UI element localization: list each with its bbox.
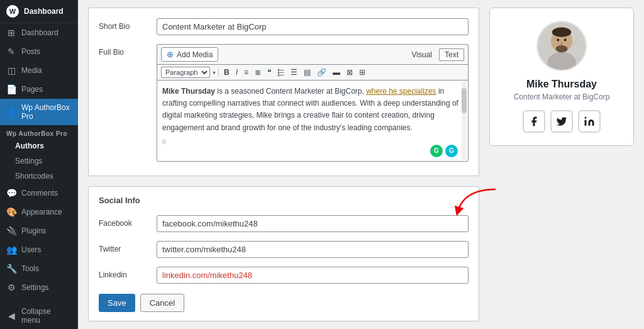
- linkedin-label: Linkedin: [99, 267, 149, 279]
- visual-tab[interactable]: Visual: [406, 48, 438, 61]
- sidebar-item-wpauthorbox[interactable]: 👤 Wp AuthorBox Pro: [0, 99, 78, 125]
- sidebar-sub-authors[interactable]: Authors: [0, 138, 78, 153]
- sidebar-item-tools[interactable]: 🔧 Tools: [0, 259, 78, 278]
- more-button[interactable]: ▬: [330, 67, 343, 78]
- media-icon: ◫: [6, 65, 16, 75]
- full-bio-label: Full Bio: [99, 44, 149, 57]
- collapse-icon: ◀: [6, 311, 16, 321]
- short-bio-input[interactable]: [157, 18, 469, 35]
- facebook-input[interactable]: [157, 215, 469, 232]
- sidebar-item-plugins[interactable]: 🔌 Plugins: [0, 221, 78, 240]
- paragraph-select[interactable]: Paragraph: [161, 67, 210, 78]
- bio-scrollbar[interactable]: [462, 82, 467, 160]
- settings-icon: ⚙: [6, 282, 16, 293]
- plugins-icon: 🔌: [6, 226, 16, 236]
- align-right-button[interactable]: ▤: [301, 67, 313, 78]
- format-toolbar: Paragraph ▾ B I ≡ ≣ ❝ ⬱ ☰ ▤ 🔗: [157, 64, 469, 80]
- svg-point-4: [556, 45, 568, 52]
- sidebar-item-posts[interactable]: ✎ Posts: [0, 42, 78, 61]
- sidebar: W Dashboard ⊞ Dashboard ✎ Posts ◫ Media …: [0, 0, 78, 329]
- linkedin-input[interactable]: [157, 267, 469, 284]
- sidebar-item-settings-main[interactable]: ⚙ Settings: [0, 278, 78, 297]
- sidebar-logo[interactable]: W Dashboard: [0, 0, 78, 23]
- sidebar-item-appearance[interactable]: 🎨 Appearance: [0, 203, 78, 221]
- authors-label: Authors: [15, 142, 44, 150]
- settings-label: Settings: [15, 157, 42, 165]
- preview-column: Mike Thursday Content Marketer at BigCor…: [489, 8, 634, 321]
- sidebar-section-title: Wp AuthorBox Pro: [0, 125, 78, 138]
- pages-icon: 📄: [6, 84, 16, 94]
- fmt-separator: [218, 67, 219, 77]
- bold-button[interactable]: B: [221, 67, 232, 78]
- facebook-input-wrap: [157, 215, 469, 232]
- bio-top-toolbar: ⊕ Add Media Visual Text: [157, 44, 469, 64]
- twitter-icon: [556, 116, 567, 127]
- appearance-icon: 🎨: [6, 207, 16, 217]
- sidebar-item-label: Settings: [21, 283, 48, 292]
- full-bio-editor-wrap: ⊕ Add Media Visual Text: [157, 44, 469, 162]
- content-area: Short Bio Full Bio ⊕ A: [78, 0, 644, 329]
- cancel-button[interactable]: Cancel: [140, 294, 184, 312]
- sidebar-item-label: Appearance: [21, 208, 62, 216]
- action-row: Save Cancel: [99, 294, 469, 312]
- link-button[interactable]: 🔗: [314, 67, 329, 78]
- sidebar-item-collapse[interactable]: ◀ Collapse menu: [0, 303, 78, 329]
- grammarly-green-icon: G: [430, 145, 443, 157]
- sidebar-item-label: Users: [21, 245, 41, 254]
- align-left-button[interactable]: ⬱: [275, 67, 287, 78]
- sidebar-item-label: Dashboard: [21, 28, 58, 37]
- users-icon: 👥: [6, 245, 16, 255]
- add-media-button[interactable]: ⊕ Add Media: [161, 47, 218, 62]
- dashboard-icon: ⊞: [6, 28, 16, 38]
- short-bio-row: Short Bio: [99, 18, 469, 35]
- avatar-image: [538, 21, 586, 71]
- italic-button[interactable]: I: [233, 67, 240, 78]
- sidebar-item-comments[interactable]: 💬 Comments: [0, 184, 78, 203]
- svg-point-9: [585, 117, 587, 119]
- social-info-section: Social Info Facebook Twitter: [88, 186, 479, 321]
- facebook-row: Facebook: [99, 215, 469, 232]
- fullscreen-button[interactable]: ⊞: [357, 67, 368, 78]
- sidebar-item-label: Posts: [21, 47, 40, 56]
- sidebar-item-dashboard[interactable]: ⊞ Dashboard: [0, 23, 78, 42]
- sidebar-item-label: Wp AuthorBox Pro: [21, 103, 72, 121]
- add-media-icon: ⊕: [167, 50, 174, 59]
- twitter-input-wrap: [157, 241, 469, 258]
- preview-card: Mike Thursday Content Marketer at BigCor…: [489, 8, 634, 146]
- svg-point-3: [552, 28, 571, 37]
- strikethrough-button[interactable]: ⊠: [344, 67, 355, 78]
- linkedin-icon: [584, 116, 595, 127]
- shortcodes-label: Shortcodes: [15, 172, 53, 181]
- preview-linkedin-btn[interactable]: [578, 110, 601, 133]
- wpauthorbox-icon: 👤: [6, 107, 16, 117]
- sidebar-sub-shortcodes[interactable]: Shortcodes: [0, 169, 78, 184]
- collapse-label: Collapse menu: [21, 307, 72, 325]
- twitter-label: Twitter: [99, 241, 149, 254]
- blockquote-button[interactable]: ❝: [265, 67, 274, 78]
- preview-avatar: [536, 21, 587, 71]
- bio-tab-group: Visual Text: [406, 48, 464, 61]
- list-ol-button[interactable]: ≣: [252, 67, 264, 78]
- sidebar-sub-settings[interactable]: Settings: [0, 153, 78, 169]
- preview-twitter-btn[interactable]: [550, 110, 573, 133]
- sidebar-item-pages[interactable]: 📄 Pages: [0, 80, 78, 99]
- save-button[interactable]: Save: [99, 294, 135, 312]
- sidebar-item-media[interactable]: ◫ Media: [0, 61, 78, 80]
- twitter-input[interactable]: [157, 241, 469, 258]
- paragraph-chevron-icon: ▾: [213, 69, 216, 76]
- svg-point-7: [560, 42, 563, 45]
- sidebar-item-users[interactable]: 👥 Users: [0, 240, 78, 259]
- wp-logo-icon: W: [6, 5, 19, 18]
- sidebar-item-label: Comments: [21, 189, 58, 198]
- sidebar-item-label: Tools: [21, 264, 39, 273]
- posts-icon: ✎: [6, 47, 16, 57]
- preview-name: Mike Thursday: [526, 79, 597, 90]
- sidebar-logo-text: Dashboard: [24, 7, 64, 16]
- preview-facebook-btn[interactable]: [523, 110, 545, 133]
- list-ul-button[interactable]: ≡: [242, 67, 251, 78]
- bio-scrollbar-thumb: [462, 88, 467, 113]
- bio-editor[interactable]: Mike Thursday is a seasoned Content Mark…: [157, 80, 469, 162]
- text-tab[interactable]: Text: [439, 48, 464, 61]
- align-center-button[interactable]: ☰: [288, 67, 300, 78]
- sidebar-item-label: Pages: [21, 85, 43, 94]
